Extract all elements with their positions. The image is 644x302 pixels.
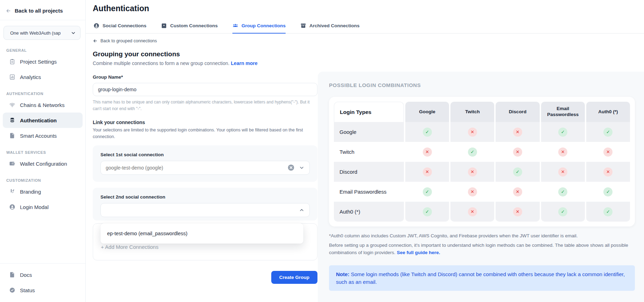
chevron-down-icon: [299, 165, 304, 171]
sidebar-item-status[interactable]: Status: [3, 282, 83, 298]
table-cell: ✓: [405, 122, 449, 142]
document-icon: [9, 132, 15, 139]
sidebar-item-project-settings[interactable]: Project Settings: [3, 54, 83, 69]
sidebar-item-label: Docs: [20, 272, 32, 278]
users-group-icon: [232, 23, 238, 29]
check-icon: ✓: [603, 187, 612, 196]
check-icon: ✓: [558, 187, 567, 196]
tab-social-connections[interactable]: Social Connections: [93, 19, 146, 34]
sidebar: Back to all projects One with Web3Auth (…: [0, 0, 86, 302]
table-cell: ✕: [450, 162, 494, 182]
sidebar-section-label: CUSTOMIZATION: [0, 171, 85, 184]
id-badge-icon: [161, 23, 167, 29]
cross-icon: ✕: [513, 128, 522, 137]
table-column-header: Google: [405, 102, 449, 122]
group-name-label: Group Name*: [93, 74, 317, 80]
sidebar-divider: [0, 20, 85, 20]
stack-icon: [9, 117, 15, 123]
table-cell: ✓: [405, 202, 449, 222]
sidebar-item-login-modal[interactable]: Login Modal: [3, 199, 83, 215]
sidebar-item-analytics[interactable]: Analytics: [3, 69, 83, 85]
cross-icon: ✕: [603, 167, 612, 177]
back-to-grouped-connections-link[interactable]: Back to grouped connections: [93, 38, 317, 43]
first-connection-value[interactable]: [106, 165, 287, 171]
chevron-up-icon: [299, 207, 304, 213]
table-cell: ✓: [586, 182, 630, 202]
table-cell: ✕: [586, 142, 630, 162]
cross-icon: ✕: [558, 148, 567, 157]
clipboard-icon: [9, 58, 15, 65]
table-cell: ✓: [586, 202, 630, 222]
sidebar-section-label: AUTHENTICATION: [0, 85, 85, 97]
status-icon: [9, 287, 15, 293]
tab-custom-connections[interactable]: Custom Connections: [161, 19, 218, 34]
table-cell: ✕: [450, 122, 494, 142]
sidebar-item-smart-accounts[interactable]: Smart Accounts: [3, 128, 83, 143]
table-cell: ✓: [541, 182, 585, 202]
user-circle-icon: [9, 204, 15, 210]
table-column-header: Auth0 (*): [586, 102, 630, 122]
check-icon: ✓: [603, 207, 612, 216]
sidebar-item-label: Wallet Configuration: [20, 161, 67, 167]
table-cell: ✓: [586, 122, 630, 142]
sidebar-item-label: Branding: [20, 189, 41, 195]
form-heading: Grouping your connections: [93, 50, 317, 58]
first-connection-label: Select 1st social connection: [100, 152, 310, 157]
back-to-projects-link[interactable]: Back to all projects: [0, 0, 85, 20]
sidebar-item-wallet-configuration[interactable]: Wallet Configuration: [3, 156, 83, 171]
cross-icon: ✕: [603, 148, 612, 157]
sidebar-item-docs[interactable]: Docs: [3, 267, 83, 282]
table-cell: ✕: [496, 122, 539, 142]
tab-archived-connections[interactable]: Archived Connections: [300, 19, 359, 34]
second-connection-value[interactable]: [106, 207, 299, 213]
project-selector[interactable]: One with Web3Auth (sap: [4, 26, 80, 40]
full-guide-link[interactable]: See full guide here.: [397, 250, 440, 255]
sidebar-footer: DocsStatus: [0, 263, 85, 302]
tab-label: Archived Connections: [309, 23, 359, 28]
sidebar-item-label: Authentication: [20, 117, 57, 123]
page-title: Authentication: [93, 4, 149, 13]
table-corner-login-types: Login Types: [334, 102, 404, 122]
table-cell: ✓: [541, 122, 585, 142]
check-icon: ✓: [423, 207, 432, 216]
sidebar-item-branding[interactable]: Branding: [3, 184, 83, 199]
first-connection-select[interactable]: [100, 161, 310, 175]
user-circle-filled-icon: [93, 23, 99, 29]
connection-dropdown: ep-test-demo (email_passwordless): [100, 223, 303, 244]
cross-icon: ✕: [468, 187, 477, 196]
tab-label: Custom Connections: [170, 23, 218, 28]
sidebar-item-chains-networks[interactable]: Chains & Networks: [3, 97, 83, 113]
project-selector-value: One with Web3Auth (sap: [10, 30, 61, 36]
create-group-button[interactable]: Create Group: [271, 271, 317, 284]
table-cell: ✕: [541, 142, 585, 162]
tab-label: Group Connections: [241, 23, 286, 28]
clear-selection-icon[interactable]: [287, 164, 295, 171]
dropdown-option[interactable]: ep-test-demo (email_passwordless): [100, 223, 303, 244]
table-cell: ✕: [496, 182, 539, 202]
tab-group-connections[interactable]: Group Connections: [232, 19, 286, 34]
table-row-label: Discord: [334, 162, 404, 182]
tab-label: Social Connections: [103, 23, 146, 28]
learn-more-link[interactable]: Learn more: [231, 60, 258, 66]
form-subtitle: Combine multiple connections to form a n…: [93, 60, 317, 66]
sidebar-item-authentication[interactable]: Authentication: [3, 113, 83, 128]
cross-icon: ✕: [513, 207, 522, 216]
cross-icon: ✕: [513, 187, 522, 196]
wifi-icon: [9, 102, 15, 108]
check-icon: ✓: [468, 148, 477, 157]
chevron-down-icon: [71, 30, 76, 36]
wallet-icon: [9, 160, 15, 167]
sidebar-section-label: GENERAL: [0, 41, 85, 54]
group-name-input[interactable]: [93, 83, 317, 96]
document-icon: [9, 272, 15, 278]
link-connections-heading: Link your connections: [93, 120, 317, 125]
table-cell: ✓: [405, 182, 449, 202]
note-text: Some login methods (like Twitch and Disc…: [336, 271, 625, 285]
sidebar-nav: GENERALProject SettingsAnalyticsAUTHENTI…: [0, 41, 85, 215]
cross-icon: ✕: [423, 167, 432, 177]
table-cell: ✓: [496, 162, 539, 182]
sidebar-item-label: Login Modal: [20, 204, 49, 210]
table-column-header: Discord: [496, 102, 539, 122]
second-connection-select[interactable]: [100, 203, 310, 217]
back-to-grouped-connections-label: Back to grouped connections: [100, 38, 157, 43]
